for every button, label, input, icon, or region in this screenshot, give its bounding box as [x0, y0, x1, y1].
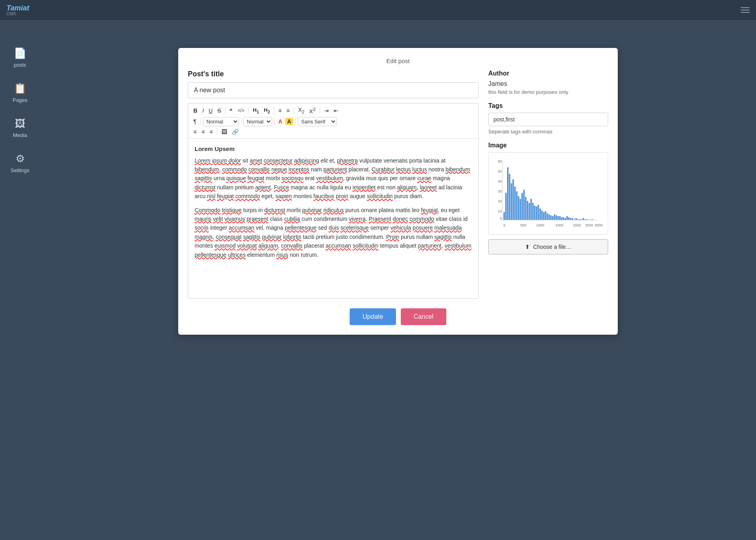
sidebar-item-media[interactable]: 🖼 Media: [0, 110, 40, 145]
brand-name: Tamiat: [6, 4, 29, 12]
svg-rect-19: [513, 179, 514, 220]
brand-logo: Tamiat CMS: [6, 4, 29, 16]
tags-section: Tags Seperate tags with commas: [488, 102, 608, 135]
svg-rect-25: [523, 190, 525, 220]
divider-10: [217, 128, 217, 135]
align-center-button[interactable]: ≡: [199, 128, 207, 136]
svg-rect-41: [552, 216, 554, 220]
subscript-button[interactable]: X2: [296, 106, 306, 115]
svg-rect-54: [575, 218, 577, 220]
svg-text:60: 60: [498, 159, 502, 163]
main-content: Edit post Post's title B I U: [40, 20, 756, 540]
divider-8: [274, 118, 275, 125]
choose-file-label: Choose a file…: [533, 244, 571, 250]
post-title-input[interactable]: [188, 82, 479, 98]
update-button[interactable]: Update: [350, 308, 396, 325]
svg-text:10: 10: [498, 209, 502, 213]
h1-button[interactable]: H1: [251, 106, 261, 115]
divider-7: [241, 118, 241, 125]
svg-rect-51: [570, 218, 572, 220]
svg-rect-21: [516, 191, 518, 220]
svg-rect-44: [557, 216, 559, 220]
font-bg-button[interactable]: A: [285, 118, 293, 125]
svg-text:30: 30: [498, 189, 502, 193]
cancel-button[interactable]: Cancel: [401, 308, 446, 325]
svg-rect-42: [554, 214, 555, 220]
align-right-button[interactable]: ≡: [207, 128, 215, 136]
format-select-1[interactable]: Normal Heading 1 Heading 2: [203, 117, 239, 126]
svg-rect-36: [543, 212, 545, 220]
sidebar-item-posts-label: posts: [14, 62, 26, 68]
quote-button[interactable]: ❝: [227, 107, 235, 115]
insert-link-button[interactable]: 🔗: [230, 128, 241, 136]
indent-out-button[interactable]: ⇤: [332, 107, 340, 115]
left-column: Post's title B I U S ❝: [188, 70, 479, 299]
svg-rect-31: [534, 206, 536, 220]
image-label: Image: [488, 142, 608, 149]
tags-input[interactable]: [488, 113, 608, 126]
insert-image-button[interactable]: 🖼: [219, 128, 229, 136]
h2-button[interactable]: H2: [262, 106, 272, 115]
divider-1: [225, 107, 225, 114]
svg-rect-47: [563, 217, 565, 220]
sidebar: 📄 posts 📋 Pages 🖼 Media ⚙ Settings: [0, 20, 40, 540]
align-left-button[interactable]: ≡: [191, 128, 199, 136]
svg-rect-37: [545, 211, 547, 220]
upload-icon: ⬆: [525, 244, 530, 250]
svg-text:0: 0: [500, 216, 502, 220]
font-family-select[interactable]: Sans Serif Serif Monospace: [298, 117, 337, 126]
ltr-button[interactable]: ¶: [191, 117, 199, 125]
svg-text:50: 50: [498, 169, 502, 173]
font-color-button[interactable]: A: [277, 117, 284, 125]
bold-button[interactable]: B: [191, 107, 199, 115]
underline-button[interactable]: U: [207, 107, 215, 115]
superscript-button[interactable]: X2: [307, 106, 318, 115]
indent-in-button[interactable]: ⇥: [322, 107, 331, 115]
histogram-chart: 60 50 40 30 20 10 0 0 500 1000: [493, 157, 604, 228]
svg-text:40: 40: [498, 179, 502, 183]
brand-sub: CMS: [6, 12, 29, 16]
svg-rect-46: [561, 217, 563, 220]
svg-rect-40: [550, 215, 552, 220]
content-paragraph-2: Commodo tristique turpis in dictumst mor…: [195, 206, 472, 259]
svg-rect-38: [547, 213, 548, 220]
svg-rect-16: [507, 167, 509, 220]
modal-body: Post's title B I U S ❝: [188, 70, 608, 299]
image-chart: 60 50 40 30 20 10 0 0 500 1000: [488, 152, 608, 234]
pages-icon: 📋: [14, 82, 26, 95]
posts-icon: 📄: [14, 47, 26, 60]
svg-rect-49: [567, 216, 568, 220]
sidebar-item-settings[interactable]: ⚙ Settings: [0, 145, 40, 181]
choose-file-button[interactable]: ⬆ Choose a file…: [488, 239, 608, 254]
right-column: Author James this field is for demo purp…: [488, 70, 608, 299]
svg-rect-58: [583, 218, 584, 220]
author-name: James: [488, 80, 608, 87]
code-button[interactable]: </>: [235, 107, 246, 114]
author-section: Author James this field is for demo purp…: [488, 70, 608, 95]
sidebar-item-media-label: Media: [13, 132, 27, 138]
svg-text:500: 500: [520, 223, 526, 227]
sidebar-item-pages[interactable]: 📋 Pages: [0, 75, 40, 110]
divider-3: [274, 107, 275, 114]
svg-rect-33: [538, 205, 539, 220]
format-select-2[interactable]: Normal Small Large: [243, 117, 272, 126]
italic-button[interactable]: I: [200, 107, 206, 115]
svg-text:2000: 2000: [573, 223, 581, 227]
toolbar-row-3: ≡ ≡ ≡ 🖼 🔗: [191, 128, 475, 136]
ol-button[interactable]: ≡: [277, 107, 284, 115]
svg-rect-18: [511, 183, 512, 220]
svg-rect-23: [520, 199, 521, 220]
menu-toggle[interactable]: [741, 7, 750, 13]
ul-button[interactable]: ≡: [284, 107, 292, 115]
svg-rect-52: [572, 218, 573, 220]
divider-2: [249, 107, 249, 114]
divider-9: [295, 118, 296, 125]
sidebar-item-posts[interactable]: 📄 posts: [0, 40, 40, 75]
svg-rect-14: [503, 212, 505, 220]
svg-rect-32: [536, 206, 537, 220]
author-label: Author: [488, 70, 608, 77]
svg-rect-45: [559, 216, 561, 220]
svg-rect-26: [525, 197, 527, 220]
editor-content[interactable]: Lorem Upsem Lorem ipsum dolor sit amet c…: [188, 139, 478, 298]
strikethrough-button[interactable]: S: [215, 107, 223, 115]
